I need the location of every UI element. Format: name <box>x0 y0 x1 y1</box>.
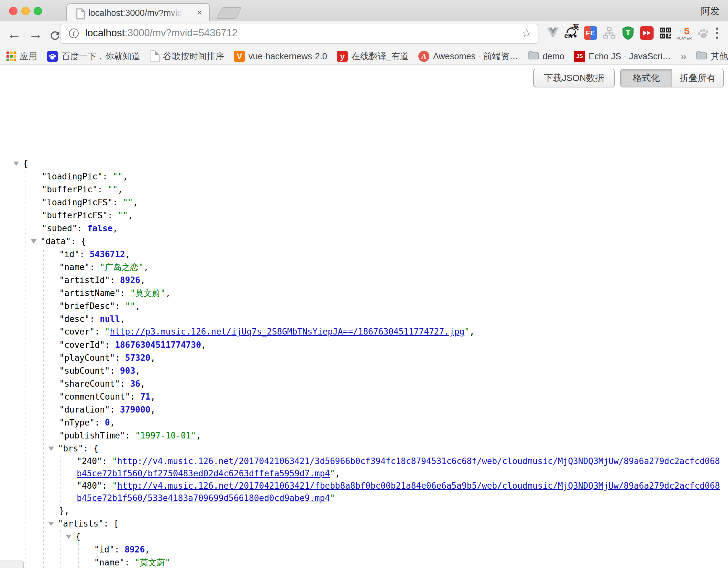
url-text[interactable]: localhost:3000/mv?mvid=5436712 <box>85 27 237 39</box>
bookmark-echojs[interactable]: JS Echo JS - JavaScri… <box>574 51 671 62</box>
bookmark-apps[interactable]: 应用 <box>6 50 37 62</box>
json-key: "id" <box>94 545 115 554</box>
echojs-icon: JS <box>574 51 585 62</box>
json-colon: : <box>130 392 140 402</box>
collapse-arrow-icon[interactable] <box>13 157 23 170</box>
paw-extension-icon[interactable] <box>696 23 711 43</box>
json-line: "desc": null, <box>59 313 724 326</box>
json-value-string: "" <box>108 184 118 194</box>
json-value-number: 57320 <box>125 353 150 363</box>
json-line: "name": "莫文蔚" <box>94 556 724 568</box>
browser-toolbar: ← → i localhost:3000/mv?mvid=5436712 ☆ 英… <box>0 21 728 48</box>
qr-code-extension-icon[interactable] <box>658 23 673 43</box>
json-line: "commentCount": 71, <box>59 390 724 403</box>
bookmark-awesomes[interactable]: A Awesomes - 前端资… <box>418 50 518 62</box>
fe-toolbox-extension-icon[interactable]: FE <box>583 23 598 43</box>
bookmark-google-sort[interactable]: 谷歌按时间排序 <box>150 50 224 62</box>
json-comma: , <box>110 418 115 428</box>
json-key: "coverId" <box>59 340 105 350</box>
json-value-string: "" <box>123 197 133 207</box>
json-key: "bufferPicFS" <box>42 210 108 220</box>
json-colon: : <box>125 558 135 567</box>
json-line: "subCount": 903, <box>59 364 724 377</box>
page-icon <box>150 50 160 62</box>
collapse-arrow-icon[interactable] <box>48 442 58 455</box>
json-key: "duration" <box>59 405 110 415</box>
bookmark-star-icon[interactable]: ☆ <box>522 26 532 40</box>
window-zoom-button[interactable] <box>34 7 42 15</box>
json-key: "briefDesc" <box>59 301 115 311</box>
json-comma: , <box>113 223 118 233</box>
json-value-link: "http://v4.music.126.net/20170421063421/… <box>77 456 720 478</box>
json-key: "nType" <box>59 418 95 428</box>
json-value-keyword: false <box>87 223 113 233</box>
other-bookmarks-folder[interactable]: 其他书签 <box>696 50 728 62</box>
apps-grid-icon <box>6 51 16 61</box>
vue-devtools-extension-icon[interactable] <box>546 23 560 43</box>
window-close-button[interactable] <box>9 7 17 15</box>
url-bar[interactable]: i localhost:3000/mv?mvid=5436712 ☆ <box>60 24 538 44</box>
browser-menu-icon[interactable] <box>711 25 723 41</box>
window-minimize-button[interactable] <box>21 7 30 15</box>
json-colon: : <box>77 223 87 233</box>
translator-extension-icon[interactable]: 英 en <box>564 23 579 40</box>
html5-player-extension-icon[interactable]: ≋ 5 PLAYER <box>677 23 692 43</box>
new-tab-button[interactable] <box>216 7 242 19</box>
json-value-number: 18676304511774730 <box>115 340 201 350</box>
json-colon: : <box>90 262 100 272</box>
json-value-number: 379000 <box>120 405 150 415</box>
json-colon: : <box>120 379 130 389</box>
tampermonkey-extension-icon[interactable]: T <box>621 23 635 43</box>
folder-icon <box>528 50 539 62</box>
json-open-bracket: { <box>23 159 28 168</box>
tab-close-icon[interactable]: × <box>197 8 202 17</box>
json-line: "duration": 379000, <box>59 403 724 416</box>
json-line: "briefDesc": "", <box>59 300 724 313</box>
json-open-bracket: { <box>94 444 99 453</box>
json-comma: , <box>118 184 123 194</box>
collapse-arrow-icon[interactable] <box>31 235 40 248</box>
json-comma: , <box>165 288 171 298</box>
json-line: "loadingPicFS": "", <box>42 196 724 209</box>
bookmark-vue-hackernews[interactable]: V vue-hackernews-2.0 <box>234 51 327 62</box>
json-value-link: "http://v4.music.126.net/20170421063421/… <box>77 481 720 503</box>
vue-icon: V <box>234 51 245 62</box>
json-key: "artistName" <box>59 288 120 298</box>
bookmark-demo-folder[interactable]: demo <box>528 50 565 62</box>
json-comma: , <box>150 392 156 402</box>
json-line: "coverId": 18676304511774730, <box>59 339 724 351</box>
json-comma: , <box>123 172 128 181</box>
json-colon: : <box>95 418 105 428</box>
bookmark-label: 在线翻译_有道 <box>351 50 409 62</box>
page-info-icon[interactable]: i <box>69 28 79 38</box>
json-value-link: "http://p3.music.126.net/ijUq7s_2S8GMbTN… <box>105 327 469 337</box>
sitemap-extension-icon[interactable] <box>602 23 617 43</box>
forward-button[interactable]: → <box>28 25 43 43</box>
video-download-extension-icon[interactable] <box>639 23 654 43</box>
browser-tab[interactable]: localhost:3000/mv?mvid=5436 × <box>66 3 210 22</box>
bookmark-label: demo <box>543 51 565 61</box>
json-value-string: "" <box>113 172 123 181</box>
json-open-bracket: { <box>81 236 86 246</box>
json-link[interactable]: http://v4.music.126.net/20170421063421/3… <box>77 456 720 478</box>
collapse-arrow-icon[interactable] <box>66 530 75 543</box>
json-open-bracket: { <box>75 532 81 541</box>
json-key: "artists" <box>58 519 104 529</box>
back-button[interactable]: ← <box>7 25 21 43</box>
collapse-arrow-icon[interactable] <box>48 517 58 530</box>
json-key: "desc" <box>59 314 90 324</box>
json-link[interactable]: http://v4.music.126.net/20170421063421/f… <box>77 481 720 503</box>
json-line: "240": "http://v4.music.126.net/20170421… <box>77 455 724 480</box>
bookmarks-overflow-chevron[interactable]: » <box>681 51 686 62</box>
json-colon: : <box>97 184 107 194</box>
json-comma: , <box>196 431 201 440</box>
json-link[interactable]: http://p3.music.126.net/ijUq7s_2S8GMbTNs… <box>110 327 465 337</box>
bookmark-youdao[interactable]: y 在线翻译_有道 <box>337 50 409 62</box>
json-viewer: {"loadingPic": "","bufferPic": "","loadi… <box>0 65 728 568</box>
bookmark-baidu[interactable]: 百度一下，你就知道 <box>47 50 140 62</box>
reload-button[interactable] <box>49 28 61 47</box>
json-value-string: "1997-10-01" <box>135 431 196 440</box>
profile-name[interactable]: 阿发 <box>701 5 720 18</box>
json-colon: : <box>102 456 112 466</box>
h5-caption: PLAYER <box>677 37 692 40</box>
